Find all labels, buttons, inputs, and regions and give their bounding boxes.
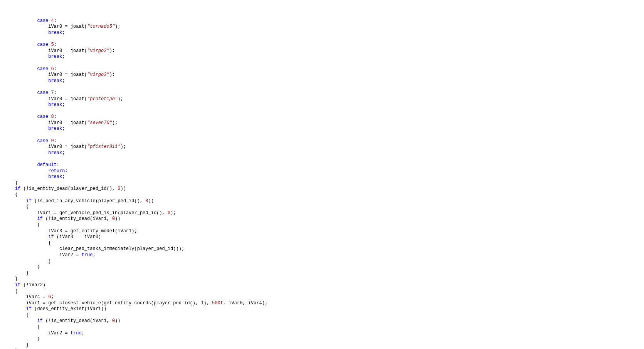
number: 5 [51,42,54,47]
keyword-if: if [15,282,20,288]
keyword-true: true [82,252,93,258]
number: 7 [51,90,54,96]
string: "tornado5" [87,24,115,29]
keyword-case: case [37,42,48,47]
string: "seven70" [87,120,112,126]
number: 4 [51,18,54,23]
keyword-if: if [37,216,42,221]
number: 9 [51,138,54,144]
number: 8 [51,114,54,119]
keyword-break: break [48,126,62,131]
keyword-case: case [37,90,48,96]
keyword-case: case [37,138,48,144]
keyword-case: case [37,66,48,72]
keyword-if: if [48,234,54,240]
number: 6 [51,66,54,72]
string: "virgo3" [87,72,109,77]
keyword-true: true [71,331,82,336]
keyword-case: case [37,114,48,119]
keyword-if: if [37,318,42,324]
keyword-if: if [26,306,32,312]
code-block: case 4: iVar0 = joaat("tornado5"); break… [0,18,644,349]
keyword-break: break [48,174,62,180]
keyword-break: break [48,150,62,156]
keyword-break: break [48,30,62,35]
keyword-if: if [15,186,20,191]
string: "pfister811" [87,144,120,149]
keyword-default: default [37,162,56,168]
string: "prototipo" [87,96,118,102]
keyword-if: if [26,198,32,204]
code-line: case 4: iVar0 = joaat("tornado5"); break… [4,18,267,349]
keyword-return: return [48,168,65,174]
keyword-break: break [48,54,62,59]
keyword-break: break [48,78,62,84]
string: "virgo2" [87,48,109,54]
keyword-break: break [48,102,62,107]
keyword-case: case [37,18,48,23]
